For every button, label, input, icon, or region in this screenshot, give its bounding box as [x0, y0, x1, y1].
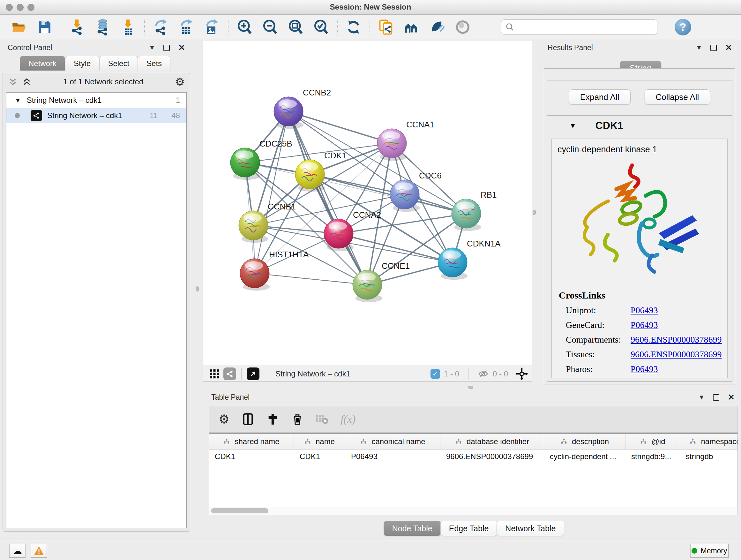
copy-network-icon[interactable] [378, 19, 394, 36]
network-row[interactable]: String Network – cdk1 11 48 [6, 108, 186, 123]
float-panel-icon[interactable]: ▼ [698, 394, 704, 401]
tab-style[interactable]: Style [65, 56, 99, 71]
splitter-grip[interactable] [533, 210, 536, 215]
zoom-selected-icon[interactable] [313, 19, 329, 36]
birdseye-view-icon[interactable] [207, 367, 221, 381]
help-button[interactable]: ? [675, 19, 691, 36]
table-cell[interactable]: cyclin-dependent ... [544, 449, 625, 464]
save-session-icon[interactable] [37, 19, 53, 36]
network-canvas[interactable]: CCNB2CCNA1CDC25BCDK1CDC6RB1CCNB1CCNA2CDK… [203, 41, 532, 366]
collection-caret-icon[interactable]: ▼ [15, 97, 21, 104]
column-header-namespace[interactable]: namespace [680, 434, 738, 449]
memory-button[interactable]: Memory [690, 544, 729, 558]
table-cell[interactable]: stringdb [680, 449, 738, 464]
node-HIST1H1A[interactable]: HIST1H1A [240, 250, 309, 291]
close-panel-icon[interactable]: ✕ [178, 43, 185, 53]
column-header-description[interactable]: description [544, 434, 625, 449]
cloud-status-button[interactable]: ☁ [9, 544, 25, 558]
node-CCNB1[interactable]: CCNB1 [239, 202, 296, 243]
tab-select[interactable]: Select [99, 56, 138, 71]
table-cell[interactable]: P06493 [345, 449, 441, 464]
crosslink-link[interactable]: P06493 [630, 320, 658, 330]
table-panel-tabs: Node TableEdge TableNetwork Table [207, 521, 741, 536]
network-collection-row[interactable]: ▼ String Network – cdk1 1 [6, 92, 186, 108]
table-cell[interactable]: CDK1 [209, 449, 294, 464]
pan-crosshair-icon[interactable] [515, 367, 529, 381]
table-options-gear-icon[interactable]: ⚙ [219, 413, 229, 425]
hide-graphics-details-icon[interactable] [455, 19, 471, 36]
scrollbar-thumb[interactable] [211, 508, 268, 513]
table-cell[interactable]: CDK1 [294, 449, 345, 464]
edge-CDK1-RB1[interactable] [310, 174, 466, 213]
open-session-icon[interactable] [11, 19, 27, 36]
node-label-CCNB1: CCNB1 [268, 202, 296, 211]
node-RB1[interactable]: RB1 [452, 190, 497, 231]
crosslink-link[interactable]: P06493 [630, 364, 658, 374]
tab-network[interactable]: Network [20, 56, 65, 71]
node-CDKN1A[interactable]: CDKN1A [438, 239, 501, 280]
expand-all-icon[interactable] [22, 77, 31, 86]
hidden-eye-slash-icon [477, 368, 489, 380]
column-header-name[interactable]: name [294, 434, 345, 449]
column-header-canonical-name[interactable]: canonical name [345, 434, 441, 449]
node-CCNA2[interactable]: CCNA2 [324, 210, 381, 251]
column-header-shared-name[interactable]: shared name [209, 434, 294, 449]
warnings-button[interactable] [30, 544, 47, 558]
search-input[interactable] [515, 21, 657, 34]
tab-node-table[interactable]: Node Table [384, 521, 441, 536]
column-header-@id[interactable]: @id [625, 434, 680, 449]
tab-edge-table[interactable]: Edge Table [441, 521, 497, 536]
string-panel-toggle-icon[interactable] [223, 368, 236, 380]
show-graphics-details-icon[interactable] [429, 19, 446, 36]
close-panel-icon[interactable]: ✕ [728, 392, 735, 402]
network-options-gear-icon[interactable]: ⚙ [175, 76, 185, 87]
table-row[interactable]: CDK1CDK1P064939606.ENSP00000378699cyclin… [209, 449, 738, 464]
import-network-file-icon[interactable] [69, 19, 85, 36]
column-header-database-identifier[interactable]: database identifier [441, 434, 544, 449]
refresh-icon[interactable] [345, 19, 362, 36]
zoom-out-icon[interactable] [262, 19, 278, 36]
float-panel-icon[interactable]: ▼ [149, 44, 155, 51]
node-CDK1[interactable]: CDK1 [295, 151, 346, 192]
expand-all-button[interactable]: Expand All [569, 89, 630, 105]
close-panel-icon[interactable]: ✕ [725, 43, 732, 53]
edge-HIST1H1A-CCNE1[interactable] [255, 273, 367, 285]
maximize-panel-icon[interactable] [163, 45, 170, 51]
zoom-fit-icon[interactable] [287, 19, 304, 36]
delete-column-icon[interactable] [291, 412, 304, 426]
collapse-all-icon[interactable] [8, 77, 17, 86]
maximize-panel-icon[interactable] [713, 394, 719, 401]
import-table-file-icon[interactable] [120, 19, 137, 36]
table-cell[interactable]: 9606.ENSP00000378699 [441, 449, 544, 464]
crosslink-link[interactable]: 9606.ENSP00000378699 [630, 334, 722, 345]
maximize-panel-icon[interactable] [711, 45, 717, 51]
table-cell[interactable]: stringdb:9... [625, 449, 680, 464]
zoom-in-icon[interactable] [236, 19, 253, 36]
splitter-grip[interactable] [196, 287, 199, 292]
node-CCNB2[interactable]: CCNB2 [274, 88, 331, 129]
float-panel-icon[interactable]: ▼ [696, 44, 702, 51]
collection-label: String Network – cdk1 [27, 96, 102, 105]
add-column-icon[interactable] [266, 413, 279, 426]
crosslink-link[interactable]: 9606.ENSP00000378699 [630, 349, 722, 360]
tab-network-table[interactable]: Network Table [496, 521, 564, 536]
node-CDC25B[interactable]: CDC25B [230, 139, 292, 180]
first-neighbors-icon[interactable] [403, 19, 420, 36]
cdk1-section-header[interactable]: ▼ CDK1 [547, 116, 732, 136]
tab-sets[interactable]: Sets [138, 56, 171, 71]
open-in-new-window-icon[interactable] [247, 368, 259, 380]
export-table-icon[interactable] [178, 19, 195, 36]
selected-count-checkbox-icon[interactable]: ✓ [430, 369, 440, 379]
splitter-grip[interactable] [468, 386, 473, 389]
show-columns-icon[interactable] [242, 412, 254, 426]
node-CCNE1[interactable]: CCNE1 [353, 261, 410, 302]
node-CCNA1[interactable]: CCNA1 [377, 120, 434, 161]
table-horizontal-scrollbar[interactable] [209, 507, 738, 515]
export-image-icon[interactable] [204, 19, 220, 36]
edge-CCNB2-CCNA1[interactable] [288, 111, 392, 143]
collapse-all-button[interactable]: Collapse All [645, 89, 711, 105]
export-network-icon[interactable] [152, 19, 169, 36]
section-caret-icon[interactable]: ▼ [569, 122, 576, 130]
import-network-database-icon[interactable] [94, 19, 111, 36]
crosslink-link[interactable]: P06493 [630, 305, 658, 315]
